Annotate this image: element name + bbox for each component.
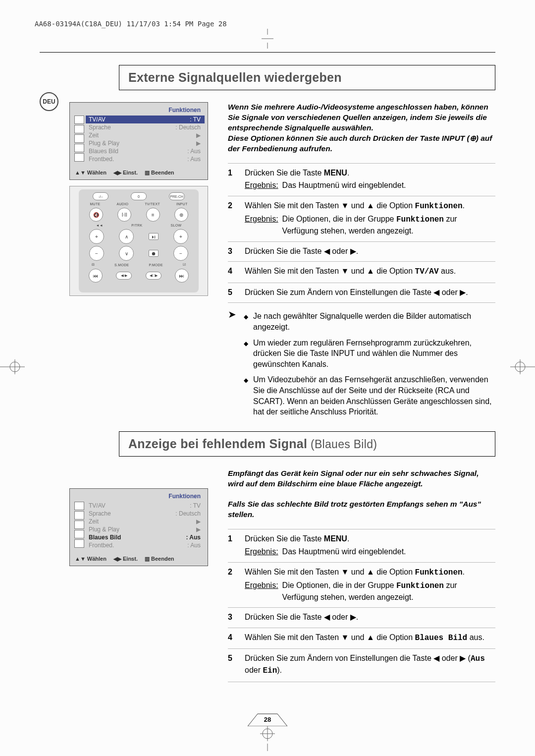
- section1-intro: Wenn Sie mehrere Audio-/Videosysteme ang…: [228, 102, 495, 154]
- osd-item: Frontbed.: Aus: [86, 541, 205, 549]
- osd-label: Sprache: [89, 510, 111, 517]
- t: Drücken Sie zum Ändern von Einstellungen…: [245, 654, 471, 662]
- bullet: Um wieder zum regulären Fernsehprogramm …: [244, 338, 495, 370]
- step-number: 2: [228, 567, 238, 603]
- section2-title: Anzeige bei fehlendem Signal (Blaues Bil…: [119, 431, 495, 457]
- section2-intro: Empfängt das Gerät kein Signal oder nur …: [228, 468, 495, 521]
- bullet-icon: [244, 338, 248, 370]
- remote-illustration: -/-- 0 PRE-CH MUTE AUDIO TV/TEXT INPUT 🔇: [69, 186, 208, 296]
- section2-title-main: Anzeige bei fehlendem Signal: [128, 437, 307, 451]
- step-body: Drücken Sie zum Ändern von Einstellungen…: [245, 287, 495, 298]
- osd1-title: Funktionen: [73, 107, 205, 114]
- step-text: .: [463, 201, 465, 210]
- step: 1 Drücken Sie die Taste MENU. Ergebnis: …: [228, 163, 495, 196]
- step: 4 Wählen Sie mit den Tasten ▼ und ▲ die …: [228, 261, 495, 283]
- remote-btn: ⏺: [149, 250, 159, 257]
- remote-btn-mute: 🔇: [89, 208, 103, 222]
- osd-item: Plug & Play▶: [86, 139, 205, 147]
- osd-item: TV/AV: TV: [86, 502, 205, 510]
- result-label: Ergebnis:: [245, 180, 278, 191]
- step-mono: Funktionen: [415, 202, 463, 211]
- step-body: Drücken Sie die Taste ◀ oder ▶.: [245, 612, 495, 623]
- step: 4 Wählen Sie mit den Tasten ▼ und ▲ die …: [228, 628, 495, 649]
- t: oder: [245, 666, 263, 674]
- osd-icon: [74, 530, 84, 538]
- osd-icon: [74, 539, 84, 548]
- remote-btn: ⏯: [149, 233, 159, 240]
- osd-label: Blaues Bild: [89, 148, 118, 155]
- osd-item: Plug & Play▶: [86, 525, 205, 533]
- crop-mark-left: [0, 357, 25, 377]
- step-body: Wählen Sie mit den Tasten ▼ und ▲ die Op…: [245, 266, 495, 278]
- osd-value: : Aus: [186, 534, 201, 541]
- t: Wählen Sie mit den Tasten ▼ und ▲ die Op…: [245, 633, 415, 641]
- osd-hint: ▥ Beenden: [145, 556, 174, 562]
- osd-label: Frontbed.: [89, 156, 114, 163]
- osd-item: Zeit▶: [86, 131, 205, 139]
- bullet: Um Videozubehör an das Fernsehgerät anzu…: [244, 374, 495, 417]
- t: TV/AV: [415, 267, 439, 276]
- step-number: 3: [228, 246, 238, 257]
- step-body: Drücken Sie zum Ändern von Einstellungen…: [245, 653, 495, 676]
- remote-label: S.MODE: [114, 263, 129, 267]
- bullet-list: Je nach gewählter Signalquelle werden di…: [244, 311, 495, 422]
- osd-hint: ▥ Beenden: [145, 170, 174, 176]
- osd-item: Blaues Bild: Aus: [86, 147, 205, 155]
- remote-btn-vol-up: +: [89, 229, 104, 244]
- step-number: 2: [228, 200, 238, 236]
- osd-value: : Aus: [187, 148, 201, 155]
- osd-icon: [74, 521, 84, 529]
- osd1-icon-col: [73, 116, 86, 163]
- crop-mark-right: [510, 357, 535, 377]
- remote-btn-tvtext: ≡: [146, 208, 160, 222]
- step: 5 Drücken Sie zum Ändern von Einstellung…: [228, 283, 495, 303]
- osd-value: ▶: [196, 140, 201, 147]
- result-label: Ergebnis:: [245, 580, 278, 602]
- t: aus.: [439, 267, 456, 275]
- osd1-hints: ▲▼ Wählen ◀▶ Einst. ▥ Beenden: [73, 168, 205, 177]
- osd-label: Zeit: [89, 132, 99, 139]
- step-number: 3: [228, 612, 238, 623]
- result-text: Die Optionen, die in der Gruppe Funktion…: [282, 580, 495, 602]
- t: aus.: [467, 633, 484, 641]
- remote-label: MUTE: [90, 202, 100, 206]
- remote-btn-ch-up: +: [173, 229, 188, 244]
- t: Wählen Sie mit den Tasten ▼ und ▲ die Op…: [245, 267, 415, 275]
- t: Die Optionen, die in der Gruppe: [282, 581, 396, 589]
- section1-right-col: Wenn Sie mehrere Audio-/Videosysteme ang…: [228, 102, 495, 422]
- step: 1 Drücken Sie die Taste MENU. Ergebnis: …: [228, 529, 495, 562]
- remote-label: ◄◄: [96, 224, 103, 227]
- osd-label: TV/AV: [89, 116, 106, 123]
- osd-value: : TV: [190, 116, 201, 123]
- bullet-text: Um wieder zum regulären Fernsehprogramm …: [253, 338, 495, 370]
- osd-item: Zeit▶: [86, 518, 205, 525]
- osd2-title: Funktionen: [73, 493, 205, 500]
- result-label: Ergebnis:: [245, 546, 278, 557]
- osd-item: Blaues Bild: Aus: [86, 533, 205, 541]
- bullet-text: Um Videozubehör an das Fernsehgerät anzu…: [253, 374, 495, 417]
- osd-icon: [74, 144, 84, 152]
- step-number: 5: [228, 653, 238, 676]
- result-text: Die Optionen, die in der Gruppe Funktion…: [282, 214, 495, 236]
- osd-icon: [74, 502, 84, 510]
- bullet: Je nach gewählter Signalquelle werden di…: [244, 311, 495, 332]
- osd-label: Sprache: [89, 124, 111, 131]
- remote-btn: ◀☐▶: [146, 272, 161, 280]
- remote-label: INPUT: [176, 202, 188, 206]
- remote-btn: 0: [131, 192, 147, 200]
- osd1-list: TV/AV: TV Sprache: Deutsch Zeit▶ Plug & …: [86, 116, 205, 163]
- step: 2 Wählen Sie mit den Tasten ▼ und ▲ die …: [228, 196, 495, 241]
- osd-label: Plug & Play: [89, 140, 119, 147]
- t: Funktionen: [415, 568, 463, 577]
- note-block: ➤ Je nach gewählter Signalquelle werden …: [228, 302, 495, 422]
- remote-label: AUDIO: [116, 202, 128, 206]
- bullet-icon: [244, 374, 248, 417]
- remote-label: ☑: [183, 263, 186, 267]
- page-number: 28: [257, 716, 278, 723]
- remote-label: P.MODE: [149, 263, 163, 267]
- osd-value: ▶: [196, 526, 201, 533]
- t: Aus: [471, 654, 485, 663]
- note-icon: ➤: [228, 308, 244, 422]
- step-body: Wählen Sie mit den Tasten ▼ und ▲ die Op…: [245, 200, 495, 236]
- step-text: Drücken Sie die Taste: [245, 169, 324, 177]
